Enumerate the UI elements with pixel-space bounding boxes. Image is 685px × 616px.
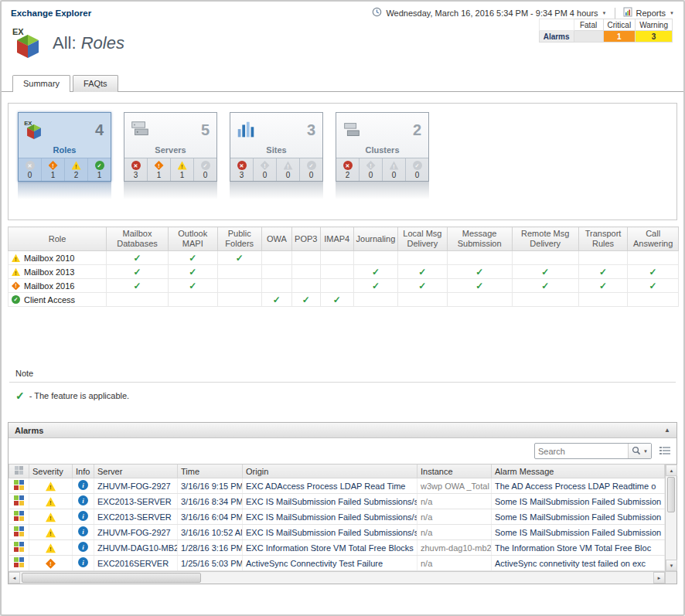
search-options-icon[interactable]: ▼ <box>643 449 648 454</box>
scroll-up-button[interactable]: ▲ <box>666 465 677 476</box>
tile-clusters[interactable]: 2 Clusters 2 0 0 0 <box>336 112 429 220</box>
reports-menu[interactable]: Reports <box>636 9 666 18</box>
tile-roles[interactable]: EX 4 Roles 0 1 2 1 <box>18 112 111 220</box>
topology-object-icon[interactable] <box>9 494 29 509</box>
warning-count-cell[interactable]: 1 <box>170 158 193 181</box>
scroll-right-button[interactable]: ► <box>653 572 665 584</box>
alarms-panel-header: Alarms ▲ <box>9 423 676 438</box>
scroll-down-button[interactable]: ▼ <box>666 560 677 571</box>
tile-servers[interactable]: 5 Servers 3 1 1 0 <box>124 112 217 220</box>
table-row[interactable]: Client Access ✓ ✓ ✓ <box>9 293 679 307</box>
critical-count-cell[interactable]: 1 <box>41 158 64 181</box>
info-cell[interactable] <box>73 525 94 540</box>
table-row[interactable]: ZHUVM-FOG-2927 3/16/16 10:52 AM EXC IS M… <box>9 525 665 540</box>
role-name: Mailbox 2016 <box>24 281 74 291</box>
server-cell: ZHUVM-FOG-2927 <box>94 525 178 540</box>
chevron-down-icon[interactable]: ▼ <box>602 11 607 15</box>
alarm-summary-critical-count[interactable]: 1 <box>603 31 636 43</box>
column-header-origin[interactable]: Origin <box>243 465 417 478</box>
info-icon[interactable] <box>78 542 88 552</box>
role-name: Mailbox 2013 <box>24 267 74 277</box>
table-row[interactable]: ZHUVM-DAG10-MB2 1/28/16 3:16 PM EXC Info… <box>9 540 665 556</box>
divider <box>615 8 615 19</box>
tab-faqts[interactable]: FAQts <box>73 75 118 92</box>
fatal-count-cell[interactable]: 3 <box>230 158 253 181</box>
tile-count: 4 <box>95 121 104 139</box>
warning-count-cell[interactable]: 0 <box>382 158 405 181</box>
alarm-summary-warning-count[interactable]: 3 <box>636 31 673 43</box>
alarm-summary-col-critical: Critical <box>603 19 636 31</box>
topology-object-icon[interactable] <box>9 540 29 556</box>
column-header-instance[interactable]: Instance <box>417 465 492 478</box>
warning-count-cell[interactable]: 2 <box>64 158 87 181</box>
fatal-count-cell[interactable]: 0 <box>19 158 41 181</box>
column-header-time[interactable]: Time <box>178 465 243 478</box>
sites-icon <box>235 119 257 141</box>
scroll-track[interactable] <box>203 572 653 584</box>
normal-count-cell[interactable]: 1 <box>87 158 111 181</box>
note-title: Note <box>9 369 676 378</box>
critical-count-cell[interactable]: 0 <box>359 158 382 181</box>
chevron-down-icon[interactable]: ▼ <box>670 11 674 15</box>
reports-icon <box>623 7 632 19</box>
column-header-server[interactable]: Server <box>94 465 178 478</box>
scroll-left-button[interactable]: ◄ <box>9 572 20 584</box>
message-cell: ActiveSync connetivity test failed on ex… <box>492 556 665 571</box>
topology-object-icon[interactable] <box>9 509 29 525</box>
tile-sites[interactable]: 3 Sites 3 0 0 0 <box>230 112 323 220</box>
normal-count-cell[interactable]: 0 <box>299 158 322 181</box>
horizontal-scrollbar[interactable]: ◄ ► <box>9 572 665 584</box>
row-selector-column-icon[interactable] <box>9 465 29 478</box>
role-name: Client Access <box>24 295 75 305</box>
info-cell[interactable] <box>73 556 94 571</box>
severity-cell <box>29 525 73 540</box>
topology-object-icon[interactable] <box>9 478 29 494</box>
horizontal-scroll-thumb[interactable] <box>22 573 201 583</box>
vertical-scrollbar[interactable]: ▲ ▼ <box>665 465 676 571</box>
alarm-summary-fatal-count[interactable] <box>574 31 603 43</box>
tab-summary[interactable]: Summary <box>12 75 70 92</box>
fatal-count-cell[interactable]: 3 <box>124 158 147 181</box>
warning-icon <box>46 497 56 507</box>
time-cell: 3/16/16 9:15 PM <box>178 478 243 494</box>
table-row[interactable]: EXC2016SERVER 1/25/16 5:03 PM ActiveSync… <box>9 556 665 571</box>
fatal-count-cell[interactable]: 2 <box>336 158 359 181</box>
info-icon[interactable] <box>78 480 88 490</box>
collapse-icon[interactable]: ▲ <box>664 427 670 434</box>
column-header-message[interactable]: Alarm Message <box>492 465 665 478</box>
customize-table-icon[interactable] <box>659 444 670 458</box>
info-cell[interactable] <box>73 540 94 556</box>
critical-count-cell[interactable]: 0 <box>253 158 276 181</box>
table-row[interactable]: Mailbox 2016 ✓ ✓ ✓ ✓ ✓ ✓ ✓ ✓ <box>9 279 679 293</box>
warning-count-cell[interactable]: 0 <box>276 158 299 181</box>
column-header-severity[interactable]: Severity <box>29 465 73 478</box>
check-icon: ✓ <box>15 390 25 402</box>
svg-text:EX: EX <box>24 120 32 127</box>
table-row[interactable]: EXC2013-SERVER 3/16/16 6:04 PM EXC IS Ma… <box>9 509 665 525</box>
search-icon[interactable] <box>632 444 641 458</box>
scroll-track[interactable] <box>666 513 676 560</box>
table-row[interactable]: Mailbox 2010 ✓ ✓ ✓ <box>9 251 679 265</box>
table-row[interactable]: Mailbox 2013 ✓ ✓ ✓ ✓ ✓ ✓ ✓ ✓ <box>9 265 679 279</box>
column-header-info[interactable]: Info <box>73 465 94 478</box>
info-icon[interactable] <box>78 526 88 536</box>
table-row[interactable]: EXC2013-SERVER 3/16/16 8:34 PM EXC IS Ma… <box>9 494 665 509</box>
info-cell[interactable] <box>73 494 94 509</box>
info-icon[interactable] <box>78 511 88 521</box>
instance-cell: n/a <box>417 494 492 509</box>
info-icon[interactable] <box>78 495 88 505</box>
vertical-scroll-thumb[interactable] <box>667 477 675 512</box>
table-row[interactable]: ZHUVM-FOG-2927 3/16/16 9:15 PM EXC ADAcc… <box>9 478 665 494</box>
topology-object-icon[interactable] <box>9 525 29 540</box>
search-box[interactable]: ▼ <box>534 443 652 459</box>
info-cell[interactable] <box>73 478 94 494</box>
search-input[interactable] <box>535 447 628 456</box>
time-range-selector[interactable]: Wednesday, March 16, 2016 5:34 PM - 9:34… <box>386 9 598 18</box>
normal-count-cell[interactable]: 0 <box>405 158 428 181</box>
info-cell[interactable] <box>73 509 94 525</box>
topology-object-icon[interactable] <box>9 556 29 571</box>
critical-count-cell[interactable]: 1 <box>147 158 170 181</box>
normal-count-cell[interactable]: 0 <box>193 158 216 181</box>
warning-icon <box>12 267 20 276</box>
info-icon[interactable] <box>78 557 88 567</box>
